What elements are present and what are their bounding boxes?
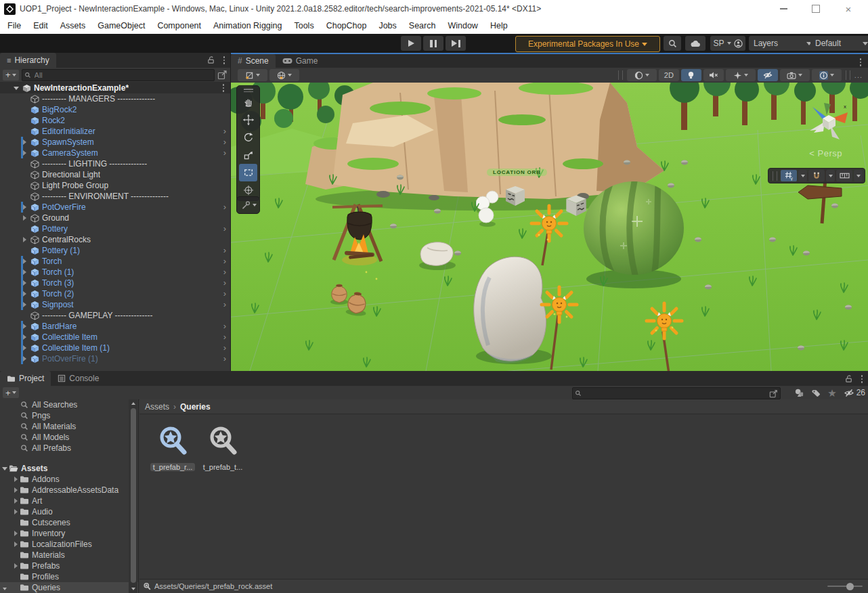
folder-addressableassetsdata[interactable]: AddressableAssetsData [0, 485, 138, 496]
expand-arrow-icon[interactable] [20, 204, 28, 210]
tab-game[interactable]: Game [276, 54, 325, 68]
expand-arrow-icon[interactable] [20, 215, 28, 221]
open-search-window-icon[interactable] [217, 70, 227, 80]
pause-button[interactable] [423, 36, 443, 51]
menu-animation-rigging[interactable]: Animation Rigging [207, 18, 288, 34]
asset-tile-t-prefab-r[interactable]: t_prefab_r... [150, 424, 195, 471]
expand-arrow-icon[interactable] [12, 563, 19, 569]
hierarchy-item-rock2[interactable]: Rock2 [0, 115, 230, 126]
chevron-right-icon[interactable]: › [223, 148, 226, 158]
expand-arrow-icon[interactable] [20, 302, 28, 307]
expand-arrow-icon[interactable] [20, 139, 28, 145]
kebab-menu-icon[interactable] [220, 83, 227, 93]
experimental-packages-button[interactable]: Experimental Packages In Use [515, 36, 660, 52]
menu-chopchop[interactable]: ChopChop [320, 18, 373, 34]
chevron-right-icon[interactable]: › [223, 257, 226, 266]
breadcrumb-current[interactable]: Queries [180, 402, 211, 412]
expand-arrow-icon[interactable] [20, 345, 28, 351]
scene-camera-dropdown[interactable] [780, 69, 810, 81]
grid-dropdown[interactable] [798, 170, 807, 181]
unlock-icon[interactable] [844, 374, 853, 383]
chevron-right-icon[interactable]: › [223, 343, 226, 353]
saved-search-pngs[interactable]: Pngs [0, 410, 138, 421]
chevron-right-icon[interactable]: › [223, 202, 226, 212]
hierarchy-search-input[interactable] [33, 70, 212, 80]
folder-cutscenes[interactable]: Cutscenes [0, 517, 138, 528]
hierarchy-item-spawnsystem[interactable]: SpawnSystem› [0, 137, 230, 148]
saved-search-all-prefabs[interactable]: All Prefabs [0, 443, 138, 454]
snap-toggle-button[interactable] [808, 170, 825, 181]
folder-profiles[interactable]: Profiles [0, 571, 138, 582]
hierarchy-item-ground[interactable]: Ground [0, 213, 230, 223]
create-button[interactable]: + [3, 70, 19, 81]
hierarchy-item-camerasystem[interactable]: CameraSystem› [0, 148, 230, 158]
hierarchy-item-environment[interactable]: --------- ENVIRONMENT -------------- [0, 191, 230, 202]
menu-window[interactable]: Window [441, 18, 483, 34]
kebab-menu-icon[interactable] [221, 55, 228, 66]
folder-assets[interactable]: Assets [0, 463, 138, 474]
saved-search-all-models[interactable]: All Models [0, 432, 138, 443]
toggle-2d-button[interactable]: 2D [659, 69, 679, 81]
asset-grid[interactable]: t_prefab_r...t_prefab_t... [139, 414, 868, 579]
project-search-field[interactable] [572, 387, 781, 399]
chevron-right-icon[interactable]: › [223, 332, 226, 342]
cloud-button[interactable] [685, 36, 706, 51]
hierarchy-item-potoverfire-1[interactable]: PotOverFire (1)› [0, 353, 230, 364]
maximize-button[interactable] [808, 3, 823, 15]
gizmos-dropdown[interactable] [812, 69, 842, 81]
folder-localizationfiles[interactable]: LocalizationFiles [0, 539, 138, 550]
menu-search[interactable]: Search [403, 18, 442, 34]
scene-visibility-toggle[interactable] [758, 69, 778, 81]
hierarchy-item-editorinitializer[interactable]: EditorInitializer› [0, 126, 230, 137]
menu-jobs[interactable]: Jobs [372, 18, 402, 34]
scale-tool[interactable] [239, 146, 257, 164]
expand-arrow-icon[interactable] [20, 356, 28, 361]
chevron-right-icon[interactable]: › [223, 246, 226, 255]
expand-arrow-icon[interactable] [1, 467, 8, 470]
expand-arrow-icon[interactable] [20, 237, 28, 242]
hierarchy-item-collectible-item-1[interactable]: Collectible Item (1)› [0, 343, 230, 353]
audio-mute-toggle[interactable] [703, 69, 724, 81]
chevron-right-icon[interactable]: › [223, 127, 226, 136]
hierarchy-item-newinteractionexample[interactable]: NewInteractionExample* [0, 83, 230, 93]
menu-tools[interactable]: Tools [288, 18, 320, 34]
drag-handle[interactable] [618, 70, 623, 80]
hierarchy-item-collectible-item[interactable]: Collectible Item› [0, 332, 230, 343]
folder-addons[interactable]: Addons [0, 474, 138, 485]
thumbnail-zoom-slider[interactable] [827, 586, 863, 587]
scroll-up-arrow[interactable] [129, 399, 137, 408]
unlock-icon[interactable] [207, 56, 215, 64]
scroll-down-arrow[interactable] [129, 585, 137, 593]
saved-search-all-searches[interactable]: All Searches [0, 399, 138, 410]
folder-art[interactable]: Art [0, 496, 138, 506]
chevron-right-icon[interactable]: › [223, 278, 226, 288]
scene-3d-view[interactable]: LOCATION ORB [231, 83, 868, 371]
tab-project[interactable]: Project [0, 371, 51, 386]
chevron-right-icon[interactable]: › [223, 300, 226, 309]
layout-dropdown[interactable]: Default [810, 36, 868, 51]
hierarchy-item-bardhare[interactable]: BardHare› [0, 321, 230, 332]
chevron-right-icon[interactable]: › [223, 267, 226, 277]
folder-materials[interactable]: Materials [0, 550, 138, 561]
favorites-star-icon[interactable]: ★ [827, 388, 836, 398]
label-tag-icon[interactable] [811, 388, 821, 397]
expand-arrow-icon[interactable] [20, 150, 28, 156]
search-button[interactable] [664, 36, 681, 51]
expand-arrow-icon[interactable] [12, 477, 19, 482]
expand-arrow-icon[interactable] [20, 334, 28, 340]
hierarchy-item-pottery-1[interactable]: Pottery (1)› [0, 245, 230, 256]
expand-arrow-icon[interactable] [20, 269, 28, 275]
expand-arrow-icon[interactable] [20, 259, 28, 264]
chevron-right-icon[interactable]: › [223, 224, 226, 234]
tab-console[interactable]: Console [51, 371, 106, 386]
expand-arrow-icon[interactable] [12, 542, 19, 547]
hierarchy-item-managers[interactable]: --------- MANAGERS -------------- [0, 93, 230, 104]
breadcrumb-root[interactable]: Assets [145, 402, 169, 412]
pane-caret-icon[interactable] [3, 588, 7, 590]
rotate-tool[interactable] [239, 129, 257, 146]
chevron-right-icon[interactable]: › [223, 137, 226, 147]
hierarchy-item-pottery[interactable]: Pottery› [0, 223, 230, 234]
chevron-right-icon[interactable]: › [223, 322, 226, 331]
slider-knob[interactable] [846, 583, 854, 590]
hierarchy-item-potoverfire[interactable]: PotOverFire› [0, 202, 230, 213]
